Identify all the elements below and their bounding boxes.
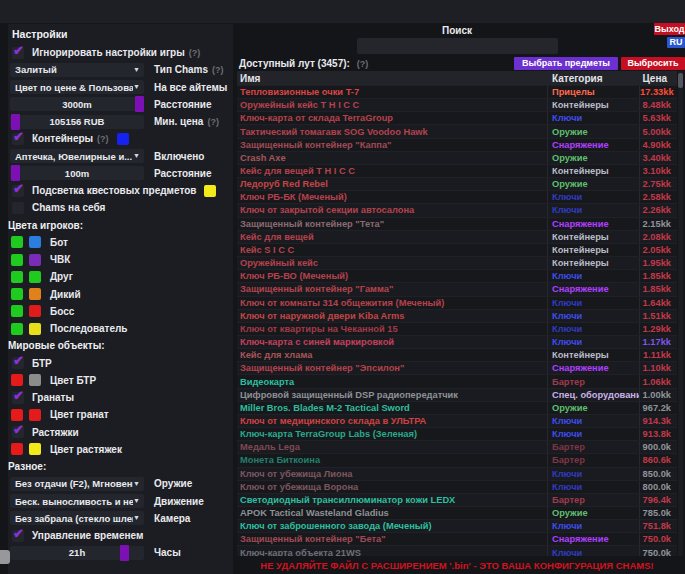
misc-dropdown[interactable]: Беск. выносливость и нет уста▼ [10,494,144,508]
item-category: Ключи [548,468,640,480]
item-price: 2.75kk [640,178,677,190]
table-row[interactable]: Защищенный контейнер "Каппа"Снаряжение4.… [237,138,677,151]
table-row[interactable]: Ключ от медицинского склада в УЛЬТРАКлюч… [237,414,677,427]
column-price[interactable]: Цена [640,73,677,84]
player-color-swatch-secondary[interactable] [29,305,41,317]
player-color-swatch-secondary[interactable] [29,288,41,300]
table-row[interactable]: Цифровой защищенный DSP радиопередатчикС… [237,388,677,401]
quest-highlight-color-swatch[interactable] [204,185,216,197]
player-color-label: ЧВК [50,254,70,265]
table-row[interactable]: Тепловизионные очки T-7Прицелы17.33kk [237,85,677,98]
table-row[interactable]: Оружейный кейс T H I C CКонтейнеры8.48kk [237,98,677,111]
table-row[interactable]: Ключ от наружной двери Kiba ArmsКлючи1.5… [237,309,677,322]
ignore-game-settings-checkbox[interactable] [12,47,24,59]
chams-type-dropdown[interactable]: Залитый ▼ [10,63,144,77]
misc-dropdown[interactable]: Без отдачи (F2), Мгновенное п▼ [10,477,144,491]
search-input[interactable] [357,38,558,54]
player-color-swatch-primary[interactable] [11,236,23,248]
table-row[interactable]: Ключ РБ-ВО (Меченый)Ключи1.85kk [237,269,677,282]
containers-filter-dropdown[interactable]: Аптечка, Ювелирные и... ▼ [10,149,144,163]
table-row[interactable]: Ключ от убежища ЛионаКлючи850.0k [237,467,677,480]
player-color-swatch-primary[interactable] [11,323,23,335]
slider-thumb[interactable] [11,114,20,130]
table-row[interactable]: Crash AxeОружие3.40kk [237,151,677,164]
chams-self-row: Chams на себя [8,199,233,216]
table-row[interactable]: APOK Tactical Wasteland GladiusОружие785… [237,506,677,519]
table-row[interactable]: Монета БиткоинаБартер860.6k [237,453,677,466]
item-category: Оружие [548,507,640,519]
table-row[interactable]: Светодиодный трансиллюминатор кожи LEDXБ… [237,493,677,506]
slider-thumb[interactable] [120,545,129,561]
player-color-swatch-primary[interactable] [11,254,23,266]
item-price: 1.17kk [640,336,677,348]
all-items-dropdown[interactable]: Цвет по цене & Пользователь ▼ [10,80,144,94]
table-row[interactable]: Miller Bros. Blades M-2 Tactical SwordОр… [237,401,677,414]
table-row[interactable]: Тактический томагавк SOG Voodoo HawkОруж… [237,124,677,137]
table-row[interactable]: Ключ от комнаты 314 общежития (Меченый)К… [237,296,677,309]
world-checkbox[interactable] [12,426,24,438]
misc-dropdown[interactable]: Без забрала (стекло шлема)▼ [10,511,144,525]
column-name[interactable]: Имя [237,73,548,84]
world-color-swatch-primary[interactable] [11,374,23,386]
item-category: Ключи [548,310,640,322]
player-color-swatch-primary[interactable] [11,305,23,317]
table-row[interactable]: Медаль LegaБартер900.0k [237,440,677,453]
table-row[interactable]: Ключ-карта TerraGroup Labs (Зеленая)Ключ… [237,427,677,440]
table-row[interactable]: Ключ-карта от склада TerraGroupКлючи5.63… [237,111,677,124]
player-color-swatch-secondary[interactable] [29,236,41,248]
table-row[interactable]: Ключ-карта с синей маркировкойКлючи1.17k… [237,335,677,348]
table-row[interactable]: Защищенный контейнер "Эпсилон"Снаряжение… [237,361,677,374]
world-color-swatch-secondary[interactable] [29,409,41,421]
chams-self-checkbox[interactable] [12,202,24,214]
table-row[interactable]: Ключ от квартиры на Чеканной 15Ключи1.29… [237,322,677,335]
min-price-slider[interactable]: 105156 RUB [10,115,144,129]
table-row[interactable]: Ключ от убежища ВоронаКлючи800.0k [237,480,677,493]
item-name: Цифровой защищенный DSP радиопередатчик [237,389,548,401]
table-row[interactable]: Защищенный контейнер "Тета"Снаряжение2.1… [237,217,677,230]
table-row[interactable]: Кейс для вещей T H I C CКонтейнеры3.10kk [237,164,677,177]
player-color-label: Босс [50,306,74,317]
table-row[interactable]: Ключ РБ-БК (Меченый)Ключи2.58kk [237,190,677,203]
item-price: 750.0k [640,533,677,545]
table-row[interactable]: Кейс для вещейКонтейнеры2.08kk [237,230,677,243]
hours-slider[interactable]: 21h [10,546,144,560]
table-row[interactable]: Ключ от закрытой секции автосалонаКлючи2… [237,203,677,216]
table-row[interactable]: Оружейный кейсКонтейнеры1.95kk [237,256,677,269]
slider-thumb[interactable] [11,165,20,181]
world-color-swatch-secondary[interactable] [29,443,41,455]
table-row[interactable]: Защищенный контейнер "Бета"Снаряжение750… [237,532,677,545]
slider-thumb[interactable] [135,96,144,112]
table-row[interactable]: Защищенный контейнер "Гамма"Снаряжение1.… [237,282,677,295]
world-color-swatch-primary[interactable] [11,409,23,421]
player-color-swatch-secondary[interactable] [29,254,41,266]
player-color-swatch-secondary[interactable] [29,271,41,283]
exit-button[interactable]: Выход [654,23,685,35]
item-name: Ключ РБ-БК (Меченый) [237,191,548,203]
containers-color-swatch[interactable] [117,133,129,145]
world-color-swatch-secondary[interactable] [29,374,41,386]
player-color-swatch-secondary[interactable] [29,323,41,335]
player-color-swatch-primary[interactable] [11,271,23,283]
world-color-swatch-primary[interactable] [11,443,23,455]
distance-slider[interactable]: 3000m [10,97,144,111]
table-row[interactable]: Ключ-карта объекта 21WSКлючи750.0k [237,545,677,556]
table-row[interactable]: Кейс для хламаКонтейнеры1.11kk [237,348,677,361]
time-control-checkbox[interactable] [12,530,24,542]
quest-highlight-checkbox[interactable] [12,185,24,197]
containers-checkbox[interactable] [12,133,24,145]
table-row[interactable]: Кейс S I C CКонтейнеры2.05kk [237,243,677,256]
column-category[interactable]: Категория [548,73,640,84]
scrollbar-thumb[interactable] [678,73,683,88]
player-color-swatch-primary[interactable] [11,288,23,300]
select-kappa-items-button[interactable]: Выбрать предметы каппа [514,57,618,70]
item-name: Ключ от медицинского склада в УЛЬТРА [237,415,548,427]
table-row[interactable]: ВидеокартаБартер1.06kk [237,374,677,387]
world-checkbox[interactable] [12,392,24,404]
loot-table-scrollbar[interactable] [678,71,683,556]
world-checkbox[interactable] [12,357,24,369]
drop-all-button[interactable]: Выбросить все [621,57,685,70]
table-row[interactable]: Ледоруб Red RebelОружие2.75kk [237,177,677,190]
table-row[interactable]: Ключ от заброшенного завода (Меченый)Клю… [237,519,677,532]
language-button[interactable]: RU [667,37,685,48]
containers-distance-slider[interactable]: 100m [10,166,144,180]
